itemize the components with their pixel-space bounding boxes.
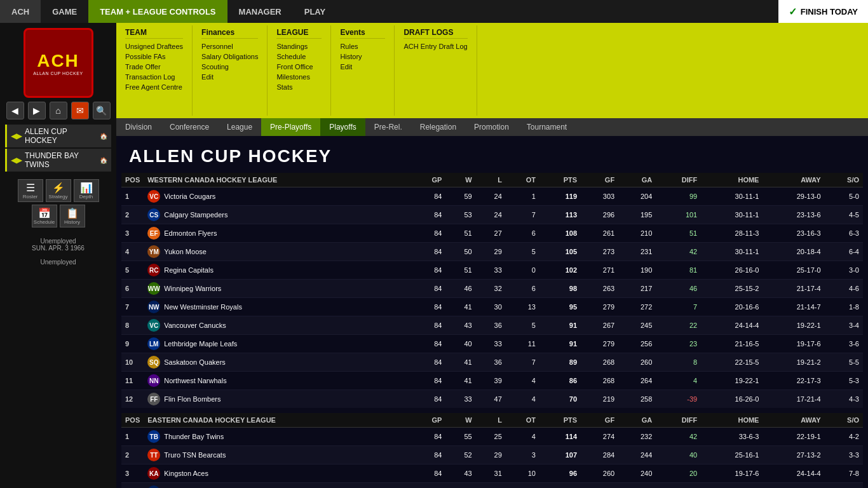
- row-l: 29: [476, 243, 506, 261]
- nav-back-btn[interactable]: ◀: [6, 102, 24, 119]
- row-so: 3-3: [825, 446, 863, 464]
- team-logo: VC: [147, 319, 160, 332]
- eastern-name-header: EASTERN CANADA HOCKEY LEAGUE: [144, 410, 411, 428]
- row-team-name[interactable]: NW New Westminster Royals: [144, 298, 411, 316]
- row-team-name[interactable]: WW Winnipeg Warriors: [144, 280, 411, 298]
- team-link-ach[interactable]: ◀▶ ALLEN CUP HOCKEY 🏠: [5, 125, 111, 147]
- subnav-pre-playoffs[interactable]: Pre-Playoffs: [261, 118, 320, 136]
- strategy-icon-btn[interactable]: ⚡ Strategy: [46, 179, 71, 202]
- history-icon-btn[interactable]: 📋 History: [60, 205, 85, 227]
- row-team-name[interactable]: VC Vancouver Canucks: [144, 316, 411, 335]
- nav-team-league[interactable]: TEAM + LEAGUE CONTROLS: [88, 0, 227, 23]
- row-gf: 273: [581, 243, 618, 261]
- row-ot: 6: [506, 224, 539, 243]
- menu-item-finances-edit[interactable]: Edit: [201, 72, 258, 82]
- row-gp: 84: [411, 372, 445, 390]
- col-home: HOME: [701, 173, 763, 187]
- nav-search-btn[interactable]: 🔍: [93, 102, 111, 119]
- row-team-name[interactable]: QA Quebec Aces: [144, 483, 411, 489]
- subnav-tournament[interactable]: Tournament: [518, 118, 576, 136]
- row-team-name[interactable]: RC Regina Capitals: [144, 261, 411, 280]
- subnav-playoffs[interactable]: Playoffs: [320, 118, 365, 136]
- menu-header-league: LEAGUE: [276, 28, 322, 39]
- row-team-name[interactable]: SQ Saskatoon Quakers: [144, 353, 411, 372]
- row-l: 34: [476, 483, 506, 489]
- row-l: 36: [476, 316, 506, 335]
- menu-item-milestones[interactable]: Milestones: [276, 72, 322, 82]
- logo-main-text: ACH: [37, 51, 79, 71]
- subnav-division[interactable]: Division: [116, 118, 161, 136]
- subnav-league[interactable]: League: [218, 118, 261, 136]
- subnav-pre-rel[interactable]: Pre-Rel.: [365, 118, 411, 136]
- row-team-name[interactable]: YM Yukon Moose: [144, 243, 411, 261]
- row-so: 3-0: [825, 261, 863, 280]
- row-ot: 5: [506, 316, 539, 335]
- team-link-twins[interactable]: ◀▶ THUNDER BAY TWINS 🏠: [5, 149, 111, 172]
- menu-item-possible-fas[interactable]: Possible FAs: [125, 51, 183, 62]
- row-pos: 1: [121, 428, 144, 446]
- menu-item-ach-entry-draft-log[interactable]: ACH Entry Draft Log: [403, 41, 467, 51]
- nav-forward-btn[interactable]: ▶: [28, 102, 46, 119]
- menu-item-schedule[interactable]: Schedule: [276, 51, 322, 62]
- menu-item-trade-offer[interactable]: Trade Offer: [125, 62, 183, 72]
- row-ot: 4: [506, 390, 539, 411]
- row-ot: 10: [506, 464, 539, 483]
- col-gp: GP: [411, 173, 445, 187]
- row-away: 20-18-4: [763, 243, 824, 261]
- menu-item-rules[interactable]: Rules: [340, 41, 385, 51]
- menu-item-free-agent-centre[interactable]: Free Agent Centre: [125, 82, 183, 92]
- row-pos: 2: [121, 206, 144, 224]
- row-away: 29-13-0: [763, 187, 824, 206]
- menu-item-stats[interactable]: Stats: [276, 82, 322, 92]
- sidebar-user-info: Unemployed SUN. APR. 3 1966 Unemployed: [32, 238, 85, 266]
- table-row: 11 NN Northwest Narwhals 84 41 39 4 86 2…: [121, 372, 863, 390]
- depth-icon-btn[interactable]: 📊 Depth: [74, 179, 99, 202]
- team-name-label: Calgary Stampeders: [164, 211, 227, 219]
- schedule-icon-btn[interactable]: 📅 Schedule: [32, 205, 57, 227]
- user-role: Unemployed: [32, 259, 85, 266]
- menu-item-transaction-log[interactable]: Transaction Log: [125, 72, 183, 82]
- menu-item-standings[interactable]: Standings: [276, 41, 322, 51]
- subnav-promotion[interactable]: Promotion: [465, 118, 518, 136]
- row-so: 1-8: [825, 298, 863, 316]
- row-ot: 11: [506, 335, 539, 353]
- row-gp: 84: [411, 335, 445, 353]
- nav-home-btn[interactable]: ⌂: [50, 102, 67, 119]
- menu-item-events-edit[interactable]: Edit: [340, 62, 385, 72]
- menu-item-history[interactable]: History: [340, 51, 385, 62]
- table-row: 3 EF Edmonton Flyers 84 51 27 6 108 261 …: [121, 224, 863, 243]
- menu-item-personnel[interactable]: Personnel: [201, 41, 258, 51]
- menu-item-salary-obligations[interactable]: Salary Obligations: [201, 51, 258, 62]
- nav-mail-btn[interactable]: ✉: [71, 102, 89, 119]
- row-team-name[interactable]: TB Thunder Bay Twins: [144, 428, 411, 446]
- row-team-name[interactable]: CS Calgary Stampeders: [144, 206, 411, 224]
- row-team-name[interactable]: FF Flin Flon Bombers: [144, 390, 411, 411]
- row-pts: 107: [539, 446, 581, 464]
- row-ga: 231: [618, 243, 656, 261]
- row-team-name[interactable]: LM Lethbridge Maple Leafs: [144, 335, 411, 353]
- finish-today-button[interactable]: ✓ FINISH TODAY: [778, 0, 868, 23]
- eastern-ot-header: OT: [506, 410, 539, 428]
- nav-ach[interactable]: ACH: [0, 0, 41, 23]
- row-team-name[interactable]: TT Truro TSN Bearcats: [144, 446, 411, 464]
- nav-manager[interactable]: MANAGER: [227, 0, 293, 23]
- row-team-name[interactable]: VC Victoria Cougars: [144, 187, 411, 206]
- table-row: 7 NW New Westminster Royals 84 41 30 13 …: [121, 298, 863, 316]
- subnav-conference[interactable]: Conference: [161, 118, 218, 136]
- row-team-name[interactable]: KA Kingston Aces: [144, 464, 411, 483]
- finish-today-label: FINISH TODAY: [801, 7, 858, 17]
- col-gf: GF: [581, 173, 618, 187]
- roster-icon-btn[interactable]: ☰ Roster: [18, 179, 43, 202]
- subnav-relegation[interactable]: Relegation: [411, 118, 465, 136]
- row-team-name[interactable]: NN Northwest Narwhals: [144, 372, 411, 390]
- nav-play[interactable]: PLAY: [293, 0, 337, 23]
- row-ot: 4: [506, 428, 539, 446]
- menu-item-front-office[interactable]: Front Office: [276, 62, 322, 72]
- col-l: L: [476, 173, 506, 187]
- team-name-label: Yukon Moose: [164, 248, 207, 255]
- nav-game[interactable]: GAME: [41, 0, 88, 23]
- menu-item-scouting[interactable]: Scouting: [201, 62, 258, 72]
- menu-item-unsigned-draftees[interactable]: Unsigned Draftees: [125, 41, 183, 51]
- team-logo: RC: [147, 264, 160, 276]
- row-team-name[interactable]: EF Edmonton Flyers: [144, 224, 411, 243]
